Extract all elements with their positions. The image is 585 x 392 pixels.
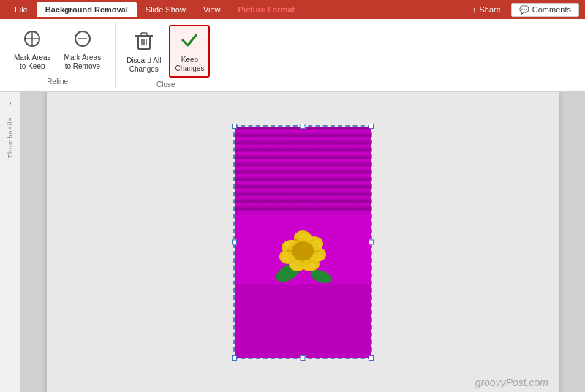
share-icon: ↑ bbox=[472, 5, 477, 14]
ribbon-group-close: Discard AllChanges KeepChanges Close bbox=[118, 22, 219, 91]
refine-group-label: Refine bbox=[9, 75, 106, 86]
flower bbox=[255, 207, 350, 295]
canvas-area: groovyPost.com bbox=[20, 92, 585, 392]
handle-right-middle[interactable] bbox=[369, 240, 374, 245]
mark-remove-label: Mark Areasto Remove bbox=[64, 53, 102, 71]
sidebar: › Thumbnails bbox=[0, 92, 20, 392]
mark-keep-icon bbox=[22, 29, 42, 52]
keep-icon bbox=[179, 29, 200, 54]
mark-keep-label: Mark Areasto Keep bbox=[14, 53, 51, 71]
tab-bar: File Background Removal Slide Show View … bbox=[0, 0, 585, 19]
discard-all-changes-button[interactable]: Discard AllChanges bbox=[121, 26, 166, 78]
close-group-label: Close bbox=[121, 78, 210, 88]
svg-point-28 bbox=[292, 241, 314, 260]
slide: groovyPost.com bbox=[47, 92, 559, 392]
discard-label: Discard AllChanges bbox=[127, 56, 161, 74]
share-button[interactable]: ↑ Share bbox=[465, 3, 508, 17]
mark-remove-icon bbox=[72, 29, 93, 52]
tab-slide-show[interactable]: Slide Show bbox=[137, 2, 195, 17]
tab-file[interactable]: File bbox=[6, 2, 37, 17]
handle-bottom-middle[interactable] bbox=[301, 355, 306, 361]
sidebar-label: Thumbnails bbox=[7, 117, 14, 159]
svg-point-26 bbox=[290, 260, 303, 270]
watermark: groovyPost.com bbox=[475, 377, 548, 388]
image-container[interactable] bbox=[233, 125, 372, 359]
mark-areas-remove-button[interactable]: Mark Areasto Remove bbox=[59, 25, 107, 75]
tab-view[interactable]: View bbox=[195, 2, 230, 17]
svg-rect-7 bbox=[141, 33, 147, 36]
tab-background-removal[interactable]: Background Removal bbox=[37, 2, 137, 17]
close-buttons: Discard AllChanges KeepChanges bbox=[121, 25, 210, 78]
header-actions: ↑ Share 💬 Comments bbox=[465, 3, 579, 17]
refine-buttons: Mark Areasto Keep Mark Areasto Remove bbox=[9, 25, 106, 75]
handle-bottom-left[interactable] bbox=[232, 355, 237, 361]
ribbon-group-refine: Mark Areasto Keep Mark Areasto Remove Re… bbox=[6, 22, 116, 88]
mark-areas-keep-button[interactable]: Mark Areasto Keep bbox=[9, 25, 56, 75]
sidebar-toggle[interactable]: › bbox=[9, 98, 12, 108]
comments-icon: 💬 bbox=[519, 5, 529, 15]
handle-top-left[interactable] bbox=[232, 124, 237, 129]
handle-bottom-right[interactable] bbox=[369, 355, 374, 361]
comments-button[interactable]: 💬 Comments bbox=[511, 3, 579, 17]
keep-label: KeepChanges bbox=[175, 56, 204, 73]
ribbon: Mark Areasto Keep Mark Areasto Remove Re… bbox=[0, 19, 585, 92]
svg-point-25 bbox=[302, 260, 315, 270]
handle-left-middle[interactable] bbox=[232, 240, 237, 245]
handle-top-middle[interactable] bbox=[301, 124, 306, 129]
main-area: › Thumbnails bbox=[0, 92, 585, 392]
tab-picture-format[interactable]: Picture Format bbox=[230, 2, 304, 17]
handle-top-right[interactable] bbox=[369, 124, 374, 129]
discard-icon bbox=[134, 30, 154, 55]
keep-changes-button[interactable]: KeepChanges bbox=[169, 25, 210, 78]
